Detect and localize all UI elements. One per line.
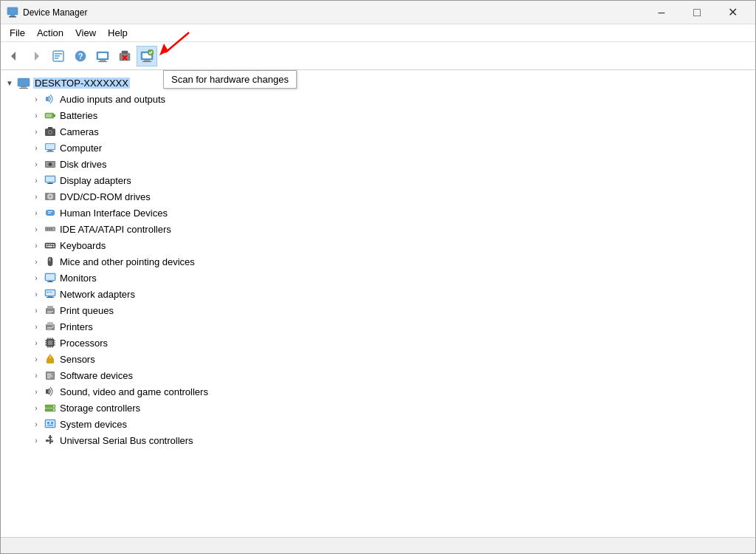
chevron-icon: › [30,402,42,414]
item-label: Audio inputs and outputs [60,94,165,105]
svg-rect-28 [19,88,28,89]
svg-point-51 [49,196,51,197]
root-label: DESKTOP-XXXXXXX [33,78,130,89]
chevron-icon: › [30,353,42,365]
chevron-icon: › [30,337,42,349]
svg-rect-20 [144,60,150,61]
svg-rect-70 [49,259,50,261]
audio-icon [44,92,57,106]
item-label: IDE ATA/ATAPI controllers [60,224,171,235]
list-item[interactable]: › Software devices [1,367,755,383]
ide-icon [44,222,57,236]
properties-button[interactable] [48,46,69,66]
list-item[interactable]: › Audio inputs and outputs [1,91,755,107]
svg-rect-63 [51,244,52,246]
title-bar: Device Manager – □ ✕ [1,1,755,24]
list-item[interactable]: › DVD/CD-ROM drives [1,188,755,205]
list-item[interactable]: › Printers [1,318,755,335]
svg-rect-40 [47,151,54,152]
list-item[interactable]: › Keyboards [1,237,755,253]
sensor-icon [44,352,57,366]
list-item[interactable]: › IDE ATA/ATAPI controllers [1,221,755,237]
storage-icon [44,401,57,414]
software-icon [44,369,57,382]
svg-rect-8 [55,58,58,59]
item-label: Cameras [60,126,99,137]
list-item[interactable]: › Human Interface Devices [1,205,755,221]
list-item[interactable]: › Batteries [1,107,755,123]
item-label: System devices [60,419,127,430]
list-item[interactable]: › Computer [1,140,755,156]
svg-rect-32 [46,114,52,117]
uninstall-button[interactable] [114,46,135,66]
network-icon [44,287,57,301]
disk-icon [44,157,57,171]
list-item[interactable]: › Monitors [1,270,755,286]
svg-rect-7 [55,55,60,57]
svg-rect-31 [54,114,55,117]
item-label: Display adapters [60,175,131,186]
svg-point-115 [53,406,55,407]
list-item[interactable]: › Storage controllers [1,400,755,416]
item-label: Mice and other pointing devices [60,256,195,267]
svg-point-35 [49,131,52,134]
item-label: Network adapters [60,289,135,300]
svg-rect-66 [48,246,52,247]
list-item[interactable]: › Display adapters [1,172,755,188]
forward-button[interactable] [26,46,47,66]
device-manager-window: Device Manager – □ ✕ File Action View He… [0,0,756,554]
update-driver-button[interactable] [92,46,113,66]
svg-rect-16 [122,51,128,53]
list-item[interactable]: › Sound, video and game controllers [1,383,755,400]
list-item[interactable]: › Universal Serial Bus controllers [1,432,755,448]
minimize-button[interactable]: – [645,1,678,24]
svg-rect-74 [47,281,53,282]
svg-rect-27 [21,86,27,88]
chevron-icon: › [30,304,42,316]
monitor-icon [44,271,57,284]
svg-rect-46 [46,177,55,182]
chevron-icon: › [30,369,42,381]
list-item[interactable]: › Print queues [1,302,755,318]
svg-rect-1 [10,15,15,16]
item-label: DVD/CD-ROM drives [60,191,151,202]
scan-hardware-button[interactable] [137,46,157,66]
list-item[interactable]: › Mice and other pointing devices [1,253,755,270]
svg-rect-47 [49,182,52,183]
menu-action[interactable]: Action [31,26,69,40]
svg-rect-21 [142,61,151,62]
back-button[interactable] [4,46,24,66]
svg-rect-53 [48,211,52,212]
maximize-button[interactable]: □ [680,1,714,24]
svg-rect-83 [47,311,53,312]
svg-rect-76 [46,290,55,295]
svg-rect-73 [49,281,52,281]
svg-rect-38 [46,144,55,149]
chevron-icon: › [30,434,42,446]
svg-rect-112 [46,389,49,394]
svg-rect-65 [47,246,48,247]
printer-icon [44,320,57,333]
list-item[interactable]: › Network adapters [1,286,755,302]
svg-rect-121 [47,425,53,426]
list-item[interactable]: › Cameras [1,123,755,140]
item-label: Software devices [60,370,133,381]
svg-rect-13 [98,61,107,62]
tree-root-item[interactable]: ▼ DESKTOP-XXXXXXX [1,75,755,91]
menu-file[interactable]: File [4,26,31,40]
svg-rect-106 [49,355,51,358]
chevron-icon: › [30,288,42,300]
svg-rect-119 [47,422,49,424]
help-button[interactable]: ? [70,46,91,66]
mouse-icon [44,255,57,268]
close-button[interactable]: ✕ [715,1,749,24]
list-item[interactable]: › Disk drives [1,156,755,172]
svg-point-44 [49,164,51,165]
list-item[interactable]: › Sensors [1,351,755,367]
svg-rect-62 [49,244,50,246]
menu-help[interactable]: Help [102,26,134,40]
list-item[interactable]: › System devices [1,416,755,432]
svg-rect-57 [47,228,48,230]
menu-view[interactable]: View [69,26,102,40]
list-item[interactable]: › Processors [1,335,755,351]
